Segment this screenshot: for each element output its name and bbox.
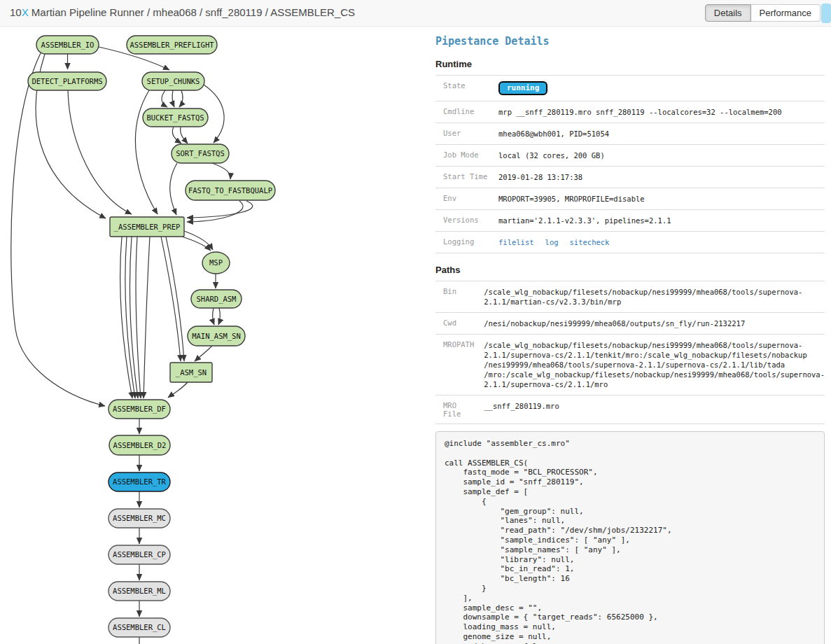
graph-edge (218, 308, 220, 325)
logging-link-log[interactable]: log (545, 238, 559, 246)
node-label: BUCKET_FASTQS (146, 113, 204, 122)
row-label: Job Mode (435, 145, 491, 167)
breadcrumb: Martian Pipeline Runner / mhea068 / snff… (29, 6, 355, 18)
brand-10: 10 (10, 6, 22, 18)
node-label: FASTQ_TO_FASTBQUALP (188, 186, 272, 195)
node-DETECT_PLATFORMS[interactable]: DETECT_PLATFORMS (28, 72, 106, 90)
table-row: Job Modelocal (32 cores, 200 GB) (435, 145, 825, 167)
node-_ASSEMBLER_PREP[interactable]: _ASSEMBLER_PREP (110, 217, 184, 237)
node-label: _ASM_SN (176, 368, 207, 377)
node-label: ASSEMBLER_MC (113, 514, 166, 523)
node-ASSEMBLER_CL[interactable]: ASSEMBLER_CL (109, 618, 170, 637)
brand-x: X (22, 6, 29, 18)
graph-edge (182, 237, 211, 251)
node-ASSEMBLER_MC[interactable]: ASSEMBLER_MC (109, 509, 170, 528)
details-button[interactable]: Details (705, 4, 751, 22)
row-label: MROPATH (435, 335, 477, 396)
graph-edge (212, 163, 230, 179)
view-toggle-group: Details Performance (705, 4, 820, 22)
row-label: State (435, 76, 491, 102)
node-label: _ASSEMBLER_PREP (114, 223, 181, 232)
node-SHARD_ASM[interactable]: SHARD_ASM (191, 290, 242, 308)
node-label: SORT_FASTQS (176, 149, 225, 158)
node-BUCKET_FASTQS[interactable]: BUCKET_FASTQS (143, 108, 208, 127)
logging-link-sitecheck[interactable]: sitecheck (570, 238, 610, 246)
node-ASSEMBLER_D2[interactable]: ASSEMBLER_D2 (109, 435, 170, 455)
graph-edge (213, 308, 214, 325)
runtime-section-header: Runtime (435, 59, 825, 69)
node-SETUP_CHUNKS[interactable]: SETUP_CHUNKS (142, 72, 204, 90)
row-value: local (32 cores, 200 GB) (491, 145, 825, 167)
panel-title: Pipestance Details (435, 35, 825, 48)
table-row: Loggingfilelistlogsitecheck (435, 232, 825, 253)
table-row: Cmdlinemrp __snff_280119.mro snff_280119… (435, 102, 825, 123)
row-value: filelistlogsitecheck (491, 232, 825, 253)
table-row: Cwd/nesi/nobackup/nesi99999/mhea068/outp… (435, 313, 825, 335)
logging-link-filelist[interactable]: filelist (498, 238, 534, 246)
graph-edge (184, 231, 213, 250)
graph-edge (195, 346, 212, 361)
row-value: /scale_wlg_nobackup/filesets/nobackup/ne… (477, 335, 825, 396)
row-label: Cwd (435, 313, 477, 335)
graph-edge (179, 90, 183, 107)
node-label: ASSEMBLER_IO (41, 41, 95, 50)
table-row: Bin/scale_wlg_nobackup/filesets/nobackup… (435, 281, 825, 313)
row-value: __snff_280119.mro (477, 396, 825, 424)
node-label: ASSEMBLER_TR (113, 477, 167, 486)
graph-edge (136, 237, 141, 398)
table-row: EnvMROPORT=39905, MROPROFILE=disable (435, 188, 825, 210)
node-label: ASSEMBLER_ML (113, 587, 166, 596)
node-_ASM_SN[interactable]: _ASM_SN (170, 363, 212, 382)
graph-edge (166, 237, 184, 361)
runtime-table: StaterunningCmdlinemrp __snff_280119.mro… (435, 75, 825, 253)
performance-button[interactable]: Performance (751, 4, 820, 22)
node-label: SETUP_CHUNKS (147, 77, 200, 86)
pipeline-graph: ASSEMBLER_IOASSEMBLER_PREFLIGHTDETECT_PL… (0, 0, 434, 644)
paths-table: Bin/scale_wlg_nobackup/filesets/nobackup… (435, 281, 825, 424)
graph-edge (181, 127, 188, 144)
graph-edge (187, 201, 243, 222)
node-MSP[interactable]: MSP (202, 252, 230, 274)
row-label: Logging (435, 232, 491, 253)
node-MAIN_ASM_SN[interactable]: MAIN_ASM_SN (188, 326, 245, 346)
row-value: /nesi/nobackup/nesi99999/mhea068/outputs… (477, 313, 825, 335)
focus-glow-fragment (821, 4, 831, 23)
node-label: ASSEMBLER_D2 (113, 441, 167, 450)
graph-edge (11, 53, 105, 406)
row-value: martian='2.1.1-v2.3.3', pipelines=2.1.1 (491, 210, 825, 232)
mro-code-block: @include "assembler_cs.mro" call ASSEMBL… (435, 431, 825, 644)
row-label: Bin (435, 281, 477, 313)
table-row: Versionsmartian='2.1.1-v2.3.3', pipeline… (435, 210, 825, 232)
row-label: Start Time (435, 167, 491, 188)
node-ASSEMBLER_TR[interactable]: ASSEMBLER_TR (109, 472, 170, 491)
row-label: MRO File (435, 396, 477, 424)
node-label: ASSEMBLER_CL (113, 623, 166, 632)
node-ASSEMBLER_DF[interactable]: ASSEMBLER_DF (109, 400, 170, 419)
row-label: User (435, 123, 491, 145)
node-label: MSP (209, 258, 223, 267)
node-label: SHARD_ASM (197, 295, 237, 304)
node-ASSEMBLER_ML[interactable]: ASSEMBLER_ML (109, 582, 170, 601)
table-row: MROPATH/scale_wlg_nobackup/filesets/noba… (435, 335, 825, 396)
graph-edge (162, 90, 167, 107)
node-ASSEMBLER_PREFLIGHT[interactable]: ASSEMBLER_PREFLIGHT (127, 36, 217, 54)
row-value: 2019-01-28 13:17:38 (491, 167, 825, 188)
graph-edge (168, 382, 188, 398)
node-SORT_FASTQS[interactable]: SORT_FASTQS (172, 144, 229, 163)
table-row: Usermhea068@wbh001, PID=51054 (435, 123, 825, 145)
graph-edge (144, 237, 150, 398)
node-ASSEMBLER_IO[interactable]: ASSEMBLER_IO (36, 36, 99, 54)
node-label: DETECT_PLATFORMS (32, 77, 102, 86)
row-label: Versions (435, 210, 491, 232)
app-title: 10X Martian Pipeline Runner / mhea068 / … (10, 6, 355, 18)
row-value: running (491, 76, 825, 102)
row-value: MROPORT=39905, MROPROFILE=disable (491, 188, 825, 210)
table-row: Start Time2019-01-28 13:17:38 (435, 167, 825, 188)
node-ASSEMBLER_CP[interactable]: ASSEMBLER_CP (109, 545, 170, 564)
node-FASTQ_TO_FASTBQUALP[interactable]: FASTQ_TO_FASTBQUALP (186, 181, 275, 200)
row-value: mrp __snff_280119.mro snff_280119 --loca… (491, 102, 825, 123)
node-label: MAIN_ASM_SN (192, 332, 241, 341)
row-value: mhea068@wbh001, PID=51054 (491, 123, 825, 145)
table-row: MRO File__snff_280119.mro (435, 396, 825, 424)
graph-edge (172, 90, 174, 107)
